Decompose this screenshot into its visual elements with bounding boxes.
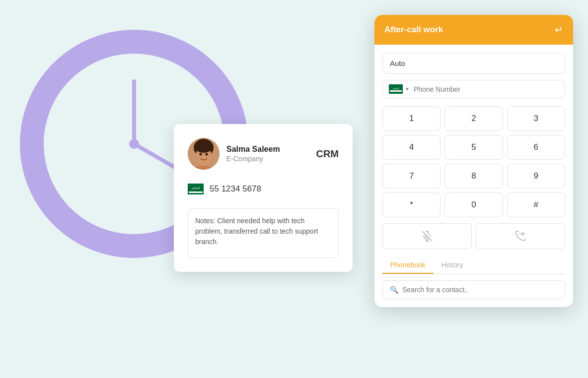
crm-profile: Salma Saleem E-Company (188, 138, 280, 170)
svg-rect-12 (189, 191, 203, 193)
svg-rect-14 (390, 90, 402, 92)
mute-icon (422, 231, 433, 242)
action-row (382, 223, 565, 249)
clock-hour-hand (133, 142, 178, 171)
phone-input-row: السلام ▼ (382, 80, 565, 98)
dialer-header: After-call work ↵ (374, 15, 573, 45)
dialer-title: After-call work (384, 25, 443, 35)
crm-notes-box: Notes: Client needed help with tech prob… (188, 208, 339, 258)
mute-button[interactable] (382, 223, 472, 249)
transfer-button[interactable] (476, 223, 565, 249)
key-5[interactable]: 5 (444, 135, 503, 160)
saudi-flag-icon: السلام (389, 84, 403, 94)
key-*[interactable]: * (382, 192, 441, 217)
keypad: 123456789*0# (382, 106, 565, 217)
dialer-panel: After-call work ↵ السلام ▼ 123456789*0# (374, 15, 573, 307)
key-9[interactable]: 9 (507, 164, 565, 189)
dialer-tabs: Phonebook History (382, 257, 565, 274)
svg-text:السلام: السلام (192, 187, 200, 190)
key-2[interactable]: 2 (444, 106, 503, 131)
clock-minute-hand (132, 79, 136, 144)
profile-company: E-Company (226, 155, 280, 163)
svg-point-5 (195, 141, 213, 153)
search-contact-row: 🔍 (382, 280, 565, 299)
country-flag-dropdown[interactable]: السلام ▼ (389, 84, 410, 94)
key-0[interactable]: 0 (444, 192, 503, 217)
key-7[interactable]: 7 (382, 164, 441, 189)
search-contact-input[interactable] (402, 286, 558, 294)
key-3[interactable]: 3 (507, 106, 565, 131)
transfer-icon (515, 231, 526, 242)
phone-number-input[interactable] (414, 85, 559, 93)
key-8[interactable]: 8 (444, 164, 503, 189)
crm-phone-row: 🇸🇦 السلام 55 1234 5678 (188, 180, 339, 198)
avatar (188, 138, 220, 170)
svg-point-3 (200, 153, 202, 156)
crm-title: CRM (316, 148, 339, 160)
clock-center-dot (129, 139, 139, 149)
crm-notes-text: Notes: Client needed help with tech prob… (195, 217, 318, 246)
enter-icon: ↵ (555, 24, 563, 36)
profile-info: Salma Saleem E-Company (226, 145, 280, 163)
crm-phone-number: 55 1234 5678 (210, 184, 261, 194)
svg-point-4 (206, 153, 208, 156)
key-4[interactable]: 4 (382, 135, 441, 160)
crm-header: Salma Saleem E-Company CRM (188, 138, 339, 170)
dialer-body: السلام ▼ 123456789*0# (374, 45, 573, 307)
saudi-flag-crm: 🇸🇦 السلام (188, 184, 204, 194)
tab-history[interactable]: History (434, 257, 471, 274)
crm-card: Salma Saleem E-Company CRM 🇸🇦 السلام 55 … (174, 124, 353, 272)
profile-name: Salma Saleem (226, 145, 280, 154)
dropdown-arrow-icon: ▼ (405, 86, 410, 92)
key-1[interactable]: 1 (382, 106, 441, 131)
key-6[interactable]: 6 (507, 135, 565, 160)
auto-input[interactable] (382, 53, 565, 74)
key-#[interactable]: # (507, 192, 565, 217)
tab-phonebook[interactable]: Phonebook (382, 257, 434, 274)
search-icon: 🔍 (390, 286, 398, 294)
